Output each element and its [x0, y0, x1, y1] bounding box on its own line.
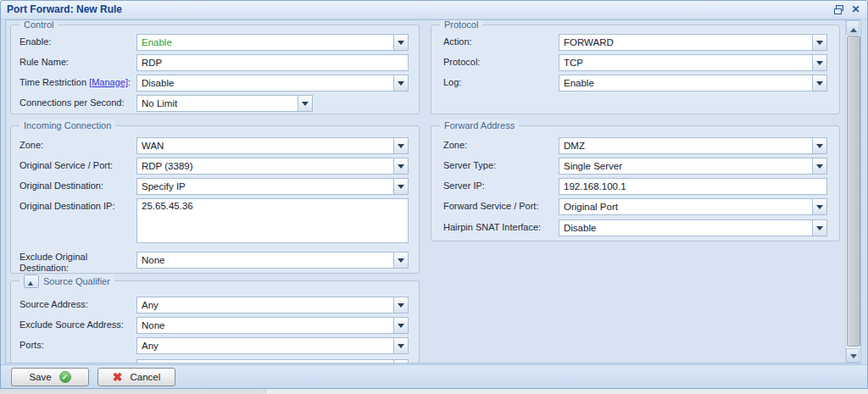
original-destination-label: Original Destination:: [19, 180, 136, 191]
ports-select[interactable]: Any: [136, 337, 409, 354]
fieldset-source-qualifier-legend: Source Qualifier: [19, 275, 114, 288]
rule-name-label: Rule Name:: [19, 57, 136, 68]
exclude-original-destination-select[interactable]: None: [136, 252, 409, 269]
dialog-title: Port Forward: New Rule: [7, 3, 122, 15]
log-select[interactable]: Enable: [559, 75, 827, 92]
save-button[interactable]: Save: [11, 368, 89, 386]
protocol-value: TCP: [564, 58, 583, 68]
vertical-scrollbar[interactable]: [845, 20, 860, 363]
fieldset-protocol-legend: Protocol: [440, 19, 482, 31]
original-destination-value: Specify IP: [142, 181, 186, 191]
cancel-button[interactable]: Cancel: [97, 368, 175, 386]
forward-service-select[interactable]: Original Port: [559, 198, 827, 215]
port-forward-dialog: Port Forward: New Rule ✕ Control Enable:…: [0, 0, 868, 389]
exclude-original-destination-label: Exclude Original Destination:: [19, 252, 136, 274]
chevron-down-icon[interactable]: [393, 35, 408, 50]
chevron-down-icon[interactable]: [393, 252, 408, 268]
time-restriction-select[interactable]: Disable: [136, 75, 409, 92]
chevron-down-icon[interactable]: [393, 75, 408, 91]
enable-select[interactable]: Enable: [136, 34, 409, 51]
close-icon[interactable]: ✕: [849, 3, 862, 16]
fieldset-forward-legend: Forward Address: [440, 119, 519, 132]
chevron-down-icon[interactable]: [298, 96, 312, 111]
chevron-down-icon[interactable]: [812, 35, 826, 50]
rule-name-input[interactable]: [136, 54, 409, 71]
source-address-select[interactable]: Any: [136, 297, 409, 314]
chevron-down-icon[interactable]: [393, 318, 408, 333]
log-label: Log:: [443, 77, 559, 88]
forward-zone-value: DMZ: [564, 141, 585, 151]
incoming-zone-label: Zone:: [19, 140, 136, 151]
partial-clipped-select[interactable]: [136, 359, 409, 363]
chevron-down-icon[interactable]: [393, 158, 408, 174]
page-background-left: [0, 389, 267, 394]
footer-toolbar: Save Cancel: [1, 364, 867, 388]
original-service-select[interactable]: RDP (3389): [136, 158, 409, 175]
action-value: FORWARD: [564, 37, 614, 47]
original-service-value: RDP (3389): [142, 161, 193, 171]
window-controls: ✕: [832, 3, 862, 16]
chevron-down-icon[interactable]: [393, 338, 408, 353]
incoming-zone-value: WAN: [142, 141, 164, 151]
chevron-down-icon[interactable]: [812, 75, 826, 91]
dialog-body: Control Enable: Enable Rule Name: Time R…: [5, 19, 861, 363]
chevron-down-icon[interactable]: [393, 138, 408, 153]
enable-label: Enable:: [19, 36, 136, 47]
manage-link[interactable]: [Manage]: [89, 77, 128, 87]
server-type-label: Server Type:: [443, 160, 559, 171]
incoming-zone-select[interactable]: WAN: [136, 137, 409, 154]
fieldset-control: Control Enable: Enable Rule Name: Time R…: [10, 25, 420, 114]
scroll-down-icon[interactable]: [846, 348, 860, 363]
cancel-x-icon: [113, 371, 123, 383]
protocol-select[interactable]: TCP: [559, 54, 827, 71]
hairpin-snat-label: Hairpin SNAT Interface:: [443, 222, 559, 233]
collapse-toggle-icon[interactable]: [24, 275, 39, 288]
hairpin-snat-value: Disable: [564, 223, 596, 233]
protocol-label: Protocol:: [443, 57, 559, 68]
forward-zone-select[interactable]: DMZ: [559, 137, 827, 154]
time-restriction-value: Disable: [142, 78, 174, 88]
chevron-down-icon[interactable]: [393, 360, 408, 363]
dialog-titlebar: Port Forward: New Rule ✕: [1, 1, 867, 19]
action-select[interactable]: FORWARD: [559, 34, 827, 51]
forward-service-value: Original Port: [564, 202, 618, 212]
original-destination-select[interactable]: Specify IP: [136, 178, 409, 195]
chevron-down-icon[interactable]: [812, 220, 826, 236]
save-button-label: Save: [29, 372, 51, 382]
exclude-source-address-select[interactable]: None: [136, 317, 409, 334]
ports-value: Any: [142, 341, 159, 351]
source-address-label: Source Address:: [19, 299, 136, 310]
scroll-up-icon[interactable]: [846, 20, 860, 35]
cps-select[interactable]: No Limit: [136, 95, 313, 112]
exclude-source-address-value: None: [142, 320, 165, 330]
chevron-down-icon[interactable]: [393, 297, 408, 313]
cps-label: Connections per Second:: [19, 97, 136, 108]
forward-zone-label: Zone:: [443, 140, 559, 151]
scrollbar-thumb[interactable]: [847, 36, 860, 347]
chevron-down-icon[interactable]: [812, 199, 826, 214]
original-service-label: Original Service / Port:: [19, 160, 136, 171]
cancel-button-label: Cancel: [130, 372, 160, 382]
chevron-down-icon[interactable]: [812, 138, 826, 153]
save-check-icon: [59, 371, 71, 383]
action-label: Action:: [443, 36, 559, 47]
forward-service-label: Forward Service / Port:: [443, 201, 559, 212]
cps-value: No Limit: [142, 98, 177, 108]
server-ip-label: Server IP:: [443, 180, 559, 191]
chevron-down-icon[interactable]: [812, 55, 826, 70]
original-destination-ip-label: Original Destination IP:: [19, 201, 136, 212]
server-type-value: Single Server: [564, 161, 622, 171]
hairpin-snat-select[interactable]: Disable: [559, 219, 827, 236]
chevron-down-icon[interactable]: [393, 179, 408, 194]
server-type-select[interactable]: Single Server: [559, 158, 827, 175]
source-address-value: Any: [142, 300, 159, 310]
original-destination-ip-textarea[interactable]: 25.65.45.36: [136, 198, 409, 243]
server-ip-input[interactable]: [559, 178, 827, 195]
restore-icon[interactable]: [832, 3, 845, 16]
time-restriction-label: Time Restriction [Manage]:: [19, 77, 136, 88]
chevron-down-icon[interactable]: [812, 158, 826, 174]
fieldset-protocol: Protocol Action: FORWARD Protocol: TCP L…: [431, 25, 840, 114]
fieldset-control-legend: Control: [19, 19, 58, 31]
fieldset-incoming-legend: Incoming Connection: [19, 119, 115, 132]
exclude-source-address-label: Exclude Source Address:: [19, 319, 136, 330]
